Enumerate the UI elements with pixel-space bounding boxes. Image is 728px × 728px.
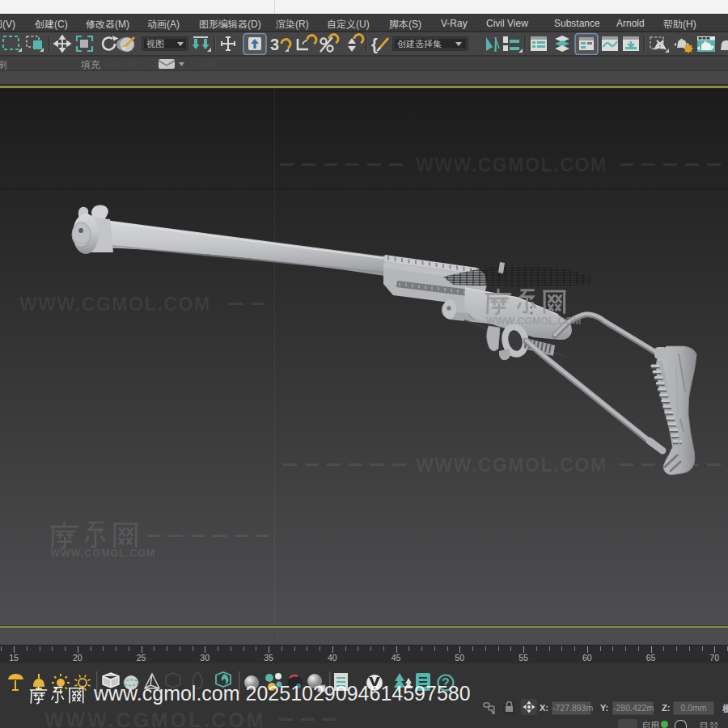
svg-text:创建选择集: 创建选择集 [397, 39, 442, 49]
svg-text:视图: 视图 [146, 39, 164, 49]
svg-text:3: 3 [270, 36, 279, 53]
